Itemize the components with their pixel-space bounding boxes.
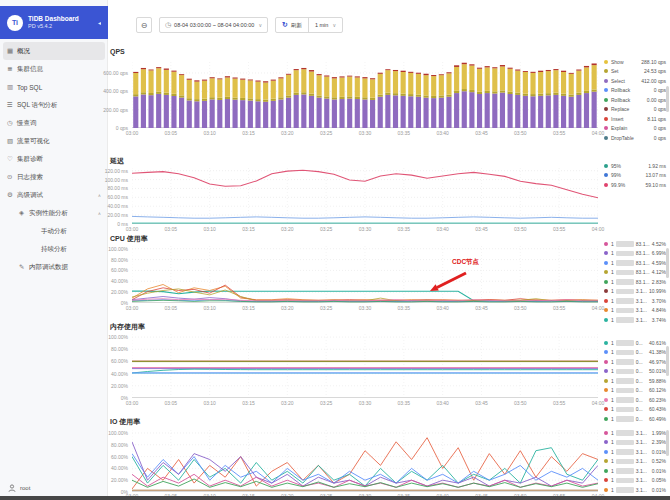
- legend-item[interactable]: Explain0 qps: [604, 124, 666, 134]
- legend-item[interactable]: Rollback0.00 qps: [604, 95, 666, 105]
- mem-plot[interactable]: [132, 334, 598, 398]
- legend-dot-icon: [604, 488, 608, 492]
- legend-item[interactable]: 13.1...3.70%: [604, 296, 666, 306]
- qps-xlabel: 03:40: [432, 130, 454, 136]
- redacted-host: [616, 487, 634, 493]
- lat-plot[interactable]: [132, 168, 598, 224]
- cpu-xlabel: 03:00: [121, 305, 143, 311]
- legend-item[interactable]: 10...60.12%: [604, 386, 666, 396]
- host-prefix: 1: [611, 241, 614, 247]
- legend-item[interactable]: Select412.00 qps: [604, 76, 666, 86]
- collapse-sidebar-icon[interactable]: ◂: [98, 19, 101, 26]
- redacted-host: [616, 407, 634, 413]
- legend-item[interactable]: 13.1...3.74%: [604, 315, 666, 325]
- qps-xlabel: 03:25: [315, 130, 337, 136]
- legend-item[interactable]: 183.1...4.59%: [604, 258, 666, 268]
- legend-value: 3.74%: [652, 317, 666, 323]
- legend-dot-icon: [604, 379, 608, 383]
- legend-item[interactable]: Insert8.11 qps: [604, 114, 666, 124]
- qps-xlabel: 03:10: [199, 130, 221, 136]
- refresh-interval-select[interactable]: 1 min ∨: [308, 18, 342, 32]
- legend-item[interactable]: 99%13.07 ms: [604, 171, 666, 181]
- legend-item[interactable]: 10...50.01%: [604, 367, 666, 377]
- legend-item[interactable]: 13.1...0.01%: [604, 485, 666, 495]
- legend-item[interactable]: 10...46.97%: [604, 357, 666, 367]
- io-ylabel: 20.00%: [84, 477, 128, 483]
- io-legend-scrollbar[interactable]: [666, 430, 669, 456]
- legend-dot-icon: [604, 289, 608, 293]
- legend-item[interactable]: 183.1...4.52%: [604, 239, 666, 249]
- lat-ylabel: 80.00 ms: [84, 185, 128, 191]
- cpu-legend-scrollbar[interactable]: [666, 248, 669, 278]
- cpu-ylabel: 80.00%: [84, 257, 128, 263]
- legend-item[interactable]: 10...59.88%: [604, 376, 666, 386]
- legend-item[interactable]: 10...60.49%: [604, 414, 666, 424]
- diagnose-icon: ♡: [7, 155, 17, 163]
- zoom-out-time-button[interactable]: ⊖: [136, 17, 152, 33]
- host-suffix: 83.1...: [636, 279, 650, 285]
- legend-item[interactable]: 10...60.23%: [604, 395, 666, 405]
- legend-item[interactable]: 95%1.92 ms: [604, 161, 666, 171]
- refresh-label: 刷新: [291, 22, 302, 29]
- legend-value: 0.01%: [652, 449, 666, 455]
- sidebar-item-概况[interactable]: ▦概况: [3, 42, 105, 60]
- cpu-ylabel: 100.00%: [84, 246, 128, 252]
- legend-item[interactable]: 13.1...4.84%: [604, 306, 666, 316]
- io-plot[interactable]: [132, 430, 598, 492]
- sidebar-item-集群诊断[interactable]: ♡集群诊断: [0, 150, 108, 168]
- cpu-ylabel: 60.00%: [84, 267, 128, 273]
- clock-icon: ◷: [165, 21, 171, 29]
- redacted-host: [616, 369, 634, 375]
- legend-item[interactable]: 13.1...0.05%: [604, 476, 666, 486]
- legend-item[interactable]: Rollback0 qps: [604, 86, 666, 96]
- host-prefix: 1: [611, 288, 614, 294]
- top-sql-icon: ▥: [7, 83, 17, 91]
- qps-plot[interactable]: [132, 62, 598, 128]
- sidebar-item-label: 实例性能分析: [29, 209, 68, 218]
- legend-item[interactable]: DropTable0 qps: [604, 133, 666, 143]
- legend-item[interactable]: 13.1...10.99%: [604, 287, 666, 297]
- redacted-host: [616, 459, 634, 465]
- legend-item[interactable]: Replace0 qps: [604, 105, 666, 115]
- legend-item[interactable]: 99.9%59.10 ms: [604, 180, 666, 190]
- legend-item[interactable]: 10...40.61%: [604, 338, 666, 348]
- legend-value: 4.12%: [652, 269, 666, 275]
- slow-query-icon: ◷: [7, 119, 17, 127]
- redacted-host: [616, 350, 634, 356]
- lat-xlabel: 03:30: [354, 226, 376, 232]
- sidebar-item-流量可视化[interactable]: ▧流量可视化: [0, 132, 108, 150]
- legend-item[interactable]: 13.1...0.01%: [604, 447, 666, 457]
- mem-xlabel: 03:45: [471, 400, 493, 406]
- legend-item[interactable]: 13.1...1.99%: [604, 428, 666, 438]
- legend-value: 3.70%: [652, 298, 666, 304]
- legend-value: 50.01%: [649, 368, 666, 374]
- legend-value: 40.61%: [649, 340, 666, 346]
- qps-legend-scrollbar[interactable]: [666, 86, 669, 112]
- legend-item[interactable]: Set24.53 qps: [604, 67, 666, 77]
- refresh-button[interactable]: ↻ 刷新: [276, 18, 308, 32]
- legend-item[interactable]: 13.1...0.01%: [604, 466, 666, 476]
- legend-dot-icon: [604, 173, 608, 177]
- legend-item[interactable]: 13.1...2.39%: [604, 438, 666, 448]
- cpu-plot[interactable]: [132, 246, 598, 303]
- qps-xlabel: 03:55: [548, 130, 570, 136]
- mem-legend-scrollbar[interactable]: [666, 346, 669, 376]
- legend-item[interactable]: 10...41.38%: [604, 348, 666, 358]
- legend-item[interactable]: Show288.10 qps: [604, 57, 666, 67]
- legend-item[interactable]: 183.1...2.83%: [604, 277, 666, 287]
- user-name: root: [20, 485, 30, 491]
- cdc-node-annotation: CDC节点: [452, 258, 479, 267]
- legend-item[interactable]: 183.1...4.12%: [604, 268, 666, 278]
- lat-xlabel: 03:35: [393, 226, 415, 232]
- legend-item[interactable]: 13.1...0.52%: [604, 457, 666, 467]
- legend-item[interactable]: 10...60.43%: [604, 405, 666, 415]
- debug-data-icon: ✎: [19, 263, 29, 271]
- time-range-select[interactable]: ◷ 08-04 03:00:00 ~ 08-04 04:00:00 ∨: [159, 17, 268, 33]
- legend-item[interactable]: 183.1...6.99%: [604, 249, 666, 259]
- cpu-ylabel: 40.00%: [84, 278, 128, 284]
- host-suffix: 3.1...: [636, 307, 647, 313]
- qps-xlabel: 03:30: [354, 130, 376, 136]
- legend-dot-icon: [604, 251, 608, 255]
- host-suffix: 3.1...: [636, 298, 647, 304]
- lat-xlabel: 03:40: [432, 226, 454, 232]
